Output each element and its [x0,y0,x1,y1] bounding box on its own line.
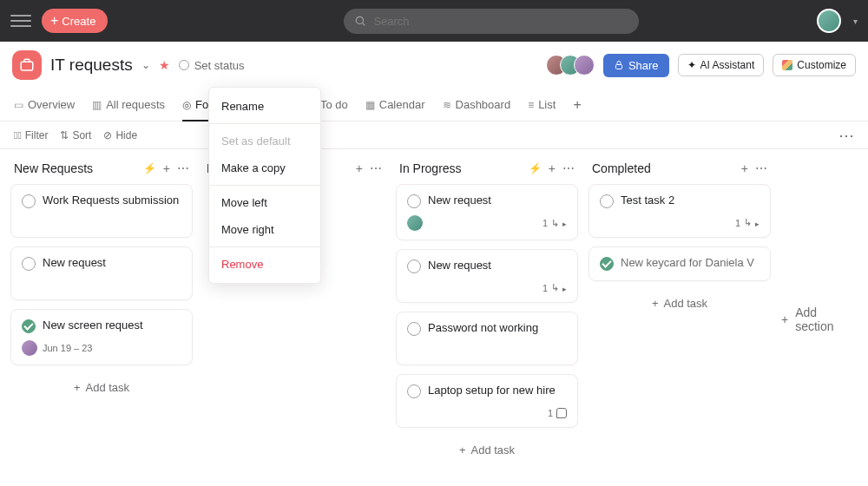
column-more-icon[interactable]: ⋯ [370,161,382,175]
add-task-icon[interactable]: + [741,161,748,175]
target-icon: ◎ [182,99,191,111]
task-card[interactable]: New request [10,246,193,300]
favorite-star-icon[interactable]: ★ [159,58,170,72]
customize-label: Customize [797,59,846,71]
task-title: New request [428,259,491,273]
task-card[interactable]: Password not working [396,312,578,365]
automation-bolt-icon[interactable]: ⚡ [529,162,542,174]
task-card[interactable]: Test task 2 1 [589,184,771,238]
ai-label: AI Assistant [700,59,755,71]
subtask-count: 1 [542,218,548,228]
ai-assistant-button[interactable]: ✦ AI Assistant [678,54,765,76]
menu-remove[interactable]: Remove [209,251,320,278]
tab-overview[interactable]: ▭Overview [14,89,75,121]
set-status-button[interactable]: Set status [179,59,245,72]
column-more-icon[interactable]: ⋯ [177,161,189,175]
column-more-icon[interactable]: ⋯ [755,161,767,175]
menu-set-default: Set as default [209,128,320,154]
menu-rename[interactable]: Rename [209,93,320,120]
plus-icon: + [50,14,58,28]
assignee-avatar [22,340,37,356]
member-avatar-stack[interactable] [546,55,595,76]
project-header: IT requests ⌄ ★ Set status Share ✦ AI As… [0,42,868,89]
complete-check-icon[interactable] [22,194,36,208]
menu-move-right[interactable]: Move right [209,216,320,243]
create-button[interactable]: + Create [42,9,108,33]
add-view-button[interactable]: + [573,97,581,113]
subtask-icon [551,282,559,293]
user-menu-caret-icon[interactable]: ▾ [853,16,858,26]
complete-check-icon[interactable] [407,322,421,336]
member-avatar [574,55,595,76]
column-title: New Requests [14,161,136,175]
automation-bolt-icon[interactable]: ⚡ [143,162,156,174]
task-card[interactable]: New keycard for Daniela V [589,246,771,281]
sort-icon: ⇅ [60,129,69,141]
tab-calendar[interactable]: ▦Calendar [365,89,425,121]
add-task-button[interactable]: +Add task [396,437,578,463]
column-header: Completed + ⋯ [589,161,771,184]
list-icon: ▭ [14,99,23,111]
toolbar-more-icon[interactable]: ⋯ [838,126,854,145]
column-title: In Progress [399,161,522,175]
project-icon [12,50,42,80]
status-label: Set status [194,59,245,72]
task-title: Work Requests submission [43,194,179,208]
column-completed: Completed + ⋯ Test task 2 1 New keycard … [589,161,771,474]
complete-check-icon[interactable] [407,384,421,398]
lock-icon [614,60,624,70]
due-date: Jun 19 – 23 [43,343,93,353]
menu-move-left[interactable]: Move left [209,189,320,216]
menu-toggle-icon[interactable] [10,10,31,31]
add-task-button[interactable]: +Add task [10,374,193,401]
add-task-icon[interactable]: + [356,161,363,175]
column-more-icon[interactable]: ⋯ [562,161,575,175]
comment-count: 1 [548,408,553,418]
tab-context-menu: Rename Set as default Make a copy Move l… [208,87,321,284]
task-card[interactable]: New request 1 [396,249,578,303]
menu-separator [209,246,320,247]
hide-button[interactable]: ⊘Hide [103,129,137,141]
tab-dashboard[interactable]: ≋Dashboard [443,89,511,121]
complete-check-icon[interactable] [407,194,421,208]
kanban-board: New Requests ⚡ + ⋯ Work Requests submiss… [0,149,868,486]
tab-list[interactable]: ≡List [528,89,556,121]
add-task-icon[interactable]: + [549,161,556,175]
task-card[interactable]: Work Requests submission [10,184,193,238]
task-card[interactable]: New screen request Jun 19 – 23 [10,309,193,365]
task-card[interactable]: Laptop setup for new hire 1 [396,374,578,428]
complete-check-icon[interactable] [600,257,614,271]
add-task-button[interactable]: +Add task [589,290,771,317]
svg-line-1 [363,23,365,26]
plus-icon: + [74,381,81,394]
filter-button[interactable]: �⃒Filter [14,129,48,141]
task-card[interactable]: New request 1 [396,184,578,240]
complete-check-icon[interactable] [407,259,421,273]
tab-all-requests[interactable]: ▥All requests [92,89,165,121]
subtask-icon [551,218,559,229]
share-button[interactable]: Share [603,54,669,77]
add-section-label: Add section [795,305,858,333]
expand-icon [755,218,760,228]
calendar-icon: ▦ [365,99,375,111]
sort-button[interactable]: ⇅Sort [60,129,91,141]
menu-separator [209,185,320,186]
add-task-icon[interactable]: + [163,161,170,175]
project-dropdown-icon[interactable]: ⌄ [141,59,150,71]
menu-make-copy[interactable]: Make a copy [209,154,320,181]
user-avatar[interactable] [817,9,841,33]
complete-check-icon[interactable] [22,319,36,333]
customize-button[interactable]: Customize [773,54,856,76]
add-section-button[interactable]: + Add section [781,161,858,474]
task-title: New request [43,256,106,271]
search-input[interactable] [344,9,639,34]
column-header: In Progress ⚡ + ⋯ [396,161,578,184]
customize-icon [782,60,792,70]
task-title: New request [428,194,491,208]
task-title: Password not working [428,321,538,336]
board-toolbar: �⃒Filter ⇅Sort ⊘Hide ⋯ [0,122,868,149]
global-topbar: + Create ▾ [0,0,868,42]
complete-check-icon[interactable] [600,194,614,208]
complete-check-icon[interactable] [22,257,36,271]
comment-icon [556,408,567,418]
